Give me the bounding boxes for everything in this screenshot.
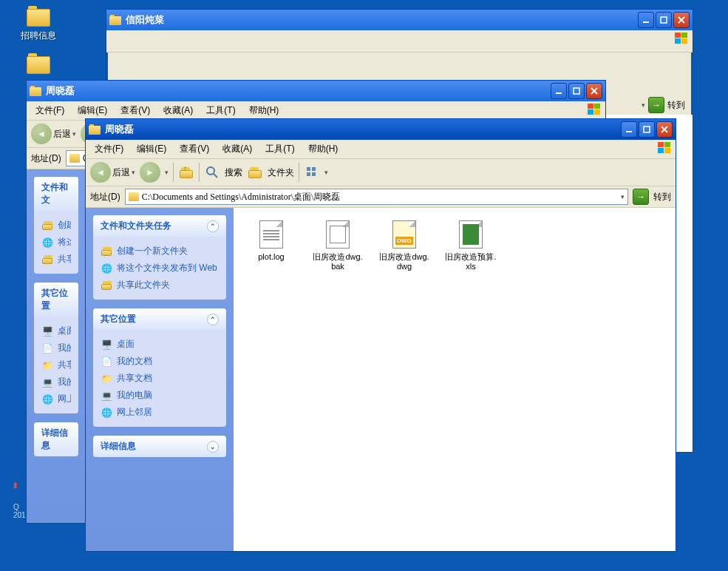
menu-file[interactable]: 文件(F) — [89, 141, 129, 157]
menu-favorites[interactable]: 收藏(A) — [217, 141, 258, 157]
task-share[interactable]: 共享此 — [41, 251, 71, 268]
svg-rect-9 — [312, 167, 316, 171]
menu-help[interactable]: 帮助(H) — [302, 141, 344, 157]
file-dwg-bak[interactable]: 旧房改造dwg.bak — [312, 220, 364, 271]
svg-rect-3 — [574, 88, 579, 94]
close-button[interactable] — [656, 121, 673, 138]
menu-file[interactable]: 文件(F) — [30, 103, 70, 118]
dropdown-icon[interactable]: ▾ — [72, 130, 76, 138]
dropdown-icon[interactable]: ▾ — [132, 169, 135, 176]
xls-file-icon — [459, 220, 483, 249]
address-path: C:\Documents and Settings\Administrator\… — [142, 191, 341, 203]
desktop-icon-folder2[interactable] — [16, 53, 61, 77]
svg-rect-4 — [626, 131, 632, 132]
place-desktop[interactable]: 🖥️桌面 — [41, 322, 71, 339]
dropdown-icon[interactable]: ▾ — [621, 193, 625, 200]
close-button[interactable] — [586, 83, 602, 99]
svg-rect-10 — [307, 172, 310, 176]
window-zhouxiaolei-front[interactable]: 周晓磊 文件(F) 编辑(E) 查看(V) 收藏(A) 工具(T) 帮助(H) … — [85, 118, 676, 552]
views-icon[interactable] — [304, 164, 320, 180]
close-button[interactable] — [673, 12, 690, 28]
menu-edit[interactable]: 编辑(E) — [131, 141, 172, 157]
nav-back-button[interactable]: ◄ — [90, 162, 111, 183]
place-mydocs[interactable]: 📄我的文档 — [101, 353, 219, 370]
places-header[interactable]: 其它位置⌃ — [93, 308, 226, 330]
file-list[interactable]: plot.log 旧房改造dwg.bak DWG 旧房改造dwg.dwg 旧房改… — [234, 208, 676, 551]
menu-view[interactable]: 查看(V) — [174, 141, 215, 157]
place-mycomputer[interactable]: 💻我的电脑 — [101, 387, 219, 404]
menu-edit[interactable]: 编辑(E) — [72, 103, 113, 118]
place-network[interactable]: 🌐网上邻居 — [101, 404, 219, 421]
task-new-folder[interactable]: 创建一个新文件夹 — [101, 243, 219, 260]
titlebar[interactable]: 信阳炖菜 — [106, 10, 693, 30]
tasks-header[interactable]: 文件和文 — [34, 177, 78, 211]
maximize-button[interactable] — [639, 121, 655, 138]
place-network[interactable]: 🌐网上邻 — [41, 391, 71, 408]
place-mycomputer[interactable]: 💻我的电 — [41, 374, 71, 391]
folder-icon — [27, 6, 50, 27]
search-icon[interactable] — [204, 164, 220, 180]
window-title: 周晓磊 — [46, 84, 551, 98]
collapse-icon[interactable]: ⌃ — [207, 220, 219, 232]
dropdown-icon[interactable]: ▾ — [324, 169, 328, 176]
dropdown-icon[interactable]: ▾ — [165, 169, 169, 176]
folder-icon — [30, 86, 41, 96]
tasks-header[interactable]: 文件和文件夹任务⌃ — [93, 215, 226, 237]
windows-flag-icon — [673, 32, 690, 45]
places-panel: 其它位置⌃ 🖥️桌面 📄我的文档 📁共享文档 💻我的电脑 🌐网上邻居 — [93, 308, 226, 427]
maximize-button[interactable] — [568, 83, 585, 99]
svg-rect-1 — [661, 17, 667, 23]
windows-flag-icon — [656, 141, 673, 155]
go-label: 转到 — [653, 191, 671, 203]
menubar: 文件(F) 编辑(E) 查看(V) 收藏(A) 工具(T) 帮助(H) — [86, 140, 676, 159]
task-share[interactable]: 共享此文件夹 — [101, 277, 219, 294]
file-plot-log[interactable]: plot.log — [245, 220, 297, 271]
address-label: 地址(D) — [31, 152, 61, 165]
place-shared[interactable]: 📁共享文档 — [101, 370, 219, 387]
maximize-button[interactable] — [656, 12, 672, 28]
places-panel: 其它位置 🖥️桌面 📄我的文 📁共享文 💻我的电 🌐网上邻 — [34, 283, 78, 413]
tasks-panel: 文件和文 创建 🌐将这 Web 共享此 — [34, 177, 78, 274]
place-desktop[interactable]: 🖥️桌面 — [101, 336, 219, 353]
task-new-folder[interactable]: 创建 — [41, 217, 71, 234]
menu-tools[interactable]: 工具(T) — [259, 141, 300, 157]
svg-rect-11 — [312, 172, 316, 176]
minimize-button[interactable] — [551, 83, 567, 99]
menu-favorites[interactable]: 收藏(A) — [157, 103, 199, 118]
window-title: 信阳炖菜 — [126, 13, 638, 27]
places-header[interactable]: 其它位置 — [34, 283, 78, 317]
collapse-icon[interactable]: ⌃ — [207, 314, 219, 325]
menu-tools[interactable]: 工具(T) — [200, 103, 241, 118]
task-publish[interactable]: 🌐将这个文件夹发布到 Web — [101, 260, 219, 277]
menu-help[interactable]: 帮助(H) — [243, 103, 285, 118]
address-input[interactable]: C:\Documents and Settings\Administrator\… — [125, 189, 628, 205]
toolbar: ◄ 后退 ▾ ► ▾ ↑ 搜索 文件夹 ▾ — [86, 159, 676, 186]
nav-forward-button[interactable]: ► — [140, 162, 160, 183]
svg-point-6 — [207, 167, 214, 175]
place-shared[interactable]: 📁共享文 — [41, 357, 71, 374]
dropdown-icon[interactable]: ▾ — [642, 101, 645, 109]
desktop-icon-recruit[interactable]: 招聘信息 — [16, 6, 61, 42]
address-label: 地址(D) — [90, 191, 120, 203]
expand-icon[interactable]: ⌄ — [207, 441, 219, 453]
details-header[interactable]: 详细信息 — [34, 422, 78, 456]
search-label[interactable]: 搜索 — [225, 166, 242, 179]
nav-back-button[interactable]: ◄ — [31, 124, 52, 144]
place-mydocs[interactable]: 📄我的文 — [41, 339, 71, 357]
task-publish[interactable]: 🌐将这 Web — [41, 234, 71, 251]
menu-view[interactable]: 查看(V) — [115, 103, 156, 118]
folders-label[interactable]: 文件夹 — [268, 166, 294, 179]
file-dwg[interactable]: DWG 旧房改造dwg.dwg — [378, 220, 430, 271]
desktop-icon-label: 招聘信息 — [16, 30, 61, 42]
file-label: 旧房改造dwg.bak — [312, 252, 364, 271]
go-button[interactable]: → — [648, 97, 664, 113]
folders-icon[interactable] — [247, 164, 263, 180]
titlebar[interactable]: 周晓磊 — [27, 81, 605, 101]
go-button[interactable]: → — [633, 189, 649, 205]
details-header[interactable]: 详细信息⌄ — [93, 436, 226, 457]
file-xls[interactable]: 旧房改造预算.xls — [445, 220, 497, 271]
minimize-button[interactable] — [621, 121, 637, 138]
minimize-button[interactable] — [638, 12, 654, 28]
up-folder-icon[interactable]: ↑ — [178, 164, 194, 180]
titlebar[interactable]: 周晓磊 — [86, 119, 676, 140]
